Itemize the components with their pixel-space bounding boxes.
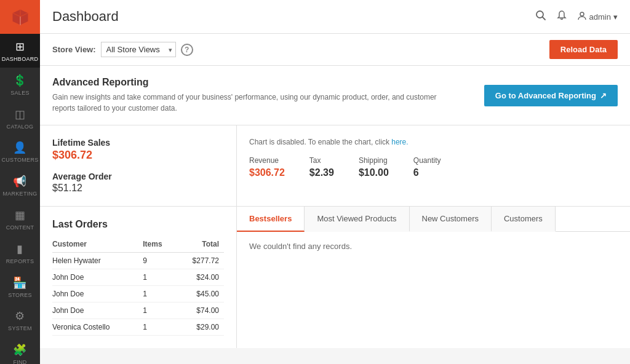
admin-chevron-icon: ▾ bbox=[613, 12, 618, 22]
quantity-value: 6 bbox=[413, 167, 441, 178]
bell-icon[interactable] bbox=[556, 10, 567, 24]
admin-name: admin bbox=[589, 12, 611, 22]
last-orders-table: Customer Items Total Helen Hywater 9 $27… bbox=[52, 237, 224, 336]
sidebar-item-customers-label: Customers bbox=[1, 157, 38, 164]
customers-icon: 👤 bbox=[13, 141, 26, 154]
order-customer: John Doe bbox=[52, 303, 143, 319]
tab-most-viewed[interactable]: Most Viewed Products bbox=[305, 207, 409, 232]
order-customer: John Doe bbox=[52, 269, 143, 286]
dashboard-icon: ⊞ bbox=[15, 40, 25, 53]
svg-point-2 bbox=[580, 12, 584, 16]
advanced-reporting-title: Advanced Reporting bbox=[52, 77, 452, 88]
tab-new-customers[interactable]: New Customers bbox=[410, 207, 492, 232]
advanced-reporting-button-label: Go to Advanced Reporting bbox=[495, 91, 596, 100]
metric-quantity: Quantity 6 bbox=[413, 156, 441, 178]
stats-right: Chart is disabled. To enable the chart, … bbox=[237, 125, 630, 206]
catalog-icon: ◫ bbox=[15, 108, 25, 121]
admin-menu[interactable]: admin ▾ bbox=[577, 11, 618, 23]
order-items: 1 bbox=[143, 269, 178, 286]
sidebar-item-partners[interactable]: 🧩 Find Partners & Extensions bbox=[0, 337, 40, 364]
table-row: John Doe 1 $24.00 bbox=[52, 269, 224, 286]
sidebar-item-partners-label: Find Partners & Extensions bbox=[1, 359, 39, 364]
order-total: $45.00 bbox=[178, 286, 224, 303]
sidebar-item-sales-label: Sales bbox=[10, 90, 30, 97]
sidebar-item-sales[interactable]: 💲 Sales bbox=[0, 68, 40, 101]
help-icon[interactable]: ? bbox=[181, 44, 193, 56]
sidebar-item-content[interactable]: ▦ Content bbox=[0, 202, 40, 236]
chart-enable-link[interactable]: here. bbox=[391, 138, 408, 146]
tax-value: $2.39 bbox=[309, 167, 334, 178]
average-order-value: $51.12 bbox=[52, 183, 224, 194]
sidebar-item-dashboard[interactable]: ⊞ Dashboard bbox=[0, 34, 40, 68]
reload-data-button[interactable]: Reload Data bbox=[549, 40, 618, 59]
order-items: 9 bbox=[143, 253, 178, 269]
sidebar-item-customers[interactable]: 👤 Customers bbox=[0, 135, 40, 168]
order-total: $277.72 bbox=[178, 253, 224, 269]
order-items: 1 bbox=[143, 286, 178, 303]
partners-icon: 🧩 bbox=[13, 343, 26, 357]
order-total: $29.00 bbox=[178, 319, 224, 336]
tab-content: We couldn't find any records. bbox=[237, 232, 630, 261]
store-view-bar: Store View: All Store Views ? Reload Dat… bbox=[40, 34, 630, 66]
stats-left: Lifetime Sales $306.72 Average Order $51… bbox=[40, 125, 237, 206]
sidebar-item-system[interactable]: ⚙ System bbox=[0, 303, 40, 337]
metric-revenue: Revenue $306.72 bbox=[249, 156, 285, 178]
table-row: Veronica Costello 1 $29.00 bbox=[52, 319, 224, 336]
sidebar-item-reports[interactable]: ▮ Reports bbox=[0, 236, 40, 270]
sidebar-item-reports-label: Reports bbox=[6, 258, 34, 265]
last-orders-title: Last Orders bbox=[52, 219, 224, 230]
external-link-icon: ↗ bbox=[600, 91, 607, 100]
search-icon[interactable] bbox=[535, 10, 546, 24]
sidebar-logo bbox=[0, 0, 40, 34]
last-orders-section: Last Orders Customer Items Total Helen H… bbox=[40, 207, 237, 348]
average-order-label: Average Order bbox=[52, 172, 224, 181]
header-actions: admin ▾ bbox=[535, 10, 618, 24]
store-view-label: Store View: bbox=[52, 45, 96, 54]
shipping-value: $10.00 bbox=[359, 167, 389, 178]
content-area: Store View: All Store Views ? Reload Dat… bbox=[40, 34, 630, 364]
metric-shipping: Shipping $10.00 bbox=[359, 156, 389, 178]
col-items: Items bbox=[143, 237, 178, 253]
metrics-row: Revenue $306.72 Tax $2.39 Shipping $10.0… bbox=[249, 156, 618, 178]
sidebar-item-system-label: System bbox=[8, 325, 32, 332]
sidebar-item-catalog[interactable]: ◫ Catalog bbox=[0, 101, 40, 135]
marketing-icon: 📢 bbox=[13, 175, 26, 188]
sidebar-item-marketing[interactable]: 📢 Marketing bbox=[0, 168, 40, 202]
stores-icon: 🏪 bbox=[13, 276, 26, 290]
tab-bestsellers[interactable]: Bestsellers bbox=[237, 207, 305, 232]
metric-tax: Tax $2.39 bbox=[309, 156, 334, 178]
sidebar-item-catalog-label: Catalog bbox=[7, 124, 34, 130]
tab-customers[interactable]: Customers bbox=[492, 207, 556, 232]
go-to-advanced-reporting-button[interactable]: Go to Advanced Reporting ↗ bbox=[484, 85, 618, 106]
order-items: 1 bbox=[143, 303, 178, 319]
sidebar: ⊞ Dashboard 💲 Sales ◫ Catalog 👤 Customer… bbox=[0, 0, 40, 364]
lifetime-sales-label: Lifetime Sales bbox=[52, 138, 224, 148]
quantity-label: Quantity bbox=[413, 156, 441, 165]
advanced-reporting-description: Gain new insights and take command of yo… bbox=[52, 92, 452, 114]
stats-section: Lifetime Sales $306.72 Average Order $51… bbox=[40, 125, 630, 207]
table-row: Helen Hywater 9 $277.72 bbox=[52, 253, 224, 269]
main-content: Dashboard bbox=[40, 0, 630, 364]
lifetime-sales-value: $306.72 bbox=[52, 149, 224, 162]
advanced-reporting-text: Advanced Reporting Gain new insights and… bbox=[52, 77, 452, 114]
reports-icon: ▮ bbox=[17, 242, 23, 256]
empty-records-message: We couldn't find any records. bbox=[249, 242, 352, 251]
system-icon: ⚙ bbox=[15, 309, 25, 323]
svg-line-1 bbox=[542, 17, 545, 20]
store-view-select[interactable]: All Store Views bbox=[101, 42, 176, 57]
sidebar-item-stores[interactable]: 🏪 Stores bbox=[0, 270, 40, 304]
table-row: John Doe 1 $74.00 bbox=[52, 303, 224, 319]
sidebar-item-content-label: Content bbox=[6, 224, 34, 231]
sales-icon: 💲 bbox=[13, 74, 26, 87]
admin-user-icon bbox=[577, 11, 587, 23]
page-title: Dashboard bbox=[52, 9, 119, 25]
order-total: $24.00 bbox=[178, 269, 224, 286]
sidebar-item-marketing-label: Marketing bbox=[2, 191, 37, 197]
chart-notice: Chart is disabled. To enable the chart, … bbox=[249, 138, 618, 146]
bottom-section: Last Orders Customer Items Total Helen H… bbox=[40, 207, 630, 348]
header: Dashboard bbox=[40, 0, 630, 34]
col-total: Total bbox=[178, 237, 224, 253]
order-customer: Veronica Costello bbox=[52, 319, 143, 336]
sidebar-item-stores-label: Stores bbox=[8, 292, 32, 299]
col-customer: Customer bbox=[52, 237, 143, 253]
